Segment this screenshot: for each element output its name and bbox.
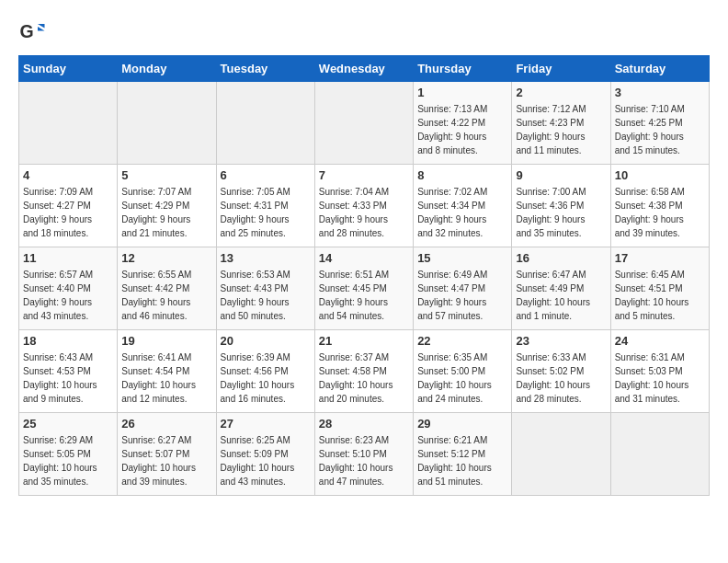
calendar-cell: 25Sunrise: 6:29 AM Sunset: 5:05 PM Dayli… bbox=[19, 413, 118, 496]
day-of-week-header: Tuesday bbox=[216, 56, 314, 82]
day-info: Sunrise: 6:57 AM Sunset: 4:40 PM Dayligh… bbox=[23, 268, 113, 323]
calendar-week-row: 25Sunrise: 6:29 AM Sunset: 5:05 PM Dayli… bbox=[19, 413, 710, 496]
day-number: 11 bbox=[23, 251, 113, 265]
day-info: Sunrise: 6:29 AM Sunset: 5:05 PM Dayligh… bbox=[23, 433, 113, 488]
calendar-cell bbox=[118, 82, 216, 165]
day-number: 8 bbox=[417, 168, 507, 182]
day-info: Sunrise: 6:47 AM Sunset: 4:49 PM Dayligh… bbox=[516, 268, 606, 323]
day-number: 7 bbox=[319, 168, 409, 182]
calendar-table: SundayMondayTuesdayWednesdayThursdayFrid… bbox=[18, 55, 710, 496]
day-number: 25 bbox=[23, 417, 113, 431]
calendar-cell: 8Sunrise: 7:02 AM Sunset: 4:34 PM Daylig… bbox=[414, 165, 512, 247]
day-info: Sunrise: 6:58 AM Sunset: 4:38 PM Dayligh… bbox=[615, 185, 705, 240]
day-number: 2 bbox=[516, 86, 606, 99]
calendar-cell: 16Sunrise: 6:47 AM Sunset: 4:49 PM Dayli… bbox=[512, 247, 610, 330]
day-info: Sunrise: 6:55 AM Sunset: 4:42 PM Dayligh… bbox=[121, 268, 211, 323]
logo: G bbox=[18, 18, 50, 46]
day-number: 20 bbox=[221, 334, 311, 348]
day-number: 6 bbox=[221, 168, 311, 182]
day-info: Sunrise: 6:41 AM Sunset: 4:54 PM Dayligh… bbox=[121, 350, 211, 406]
day-info: Sunrise: 7:07 AM Sunset: 4:29 PM Dayligh… bbox=[121, 185, 211, 240]
day-info: Sunrise: 6:45 AM Sunset: 4:51 PM Dayligh… bbox=[615, 268, 705, 323]
calendar-week-row: 11Sunrise: 6:57 AM Sunset: 4:40 PM Dayli… bbox=[19, 247, 710, 330]
calendar-cell: 23Sunrise: 6:33 AM Sunset: 5:02 PM Dayli… bbox=[512, 330, 610, 413]
day-of-week-header: Friday bbox=[512, 56, 610, 82]
day-info: Sunrise: 6:31 AM Sunset: 5:03 PM Dayligh… bbox=[615, 350, 705, 406]
day-info: Sunrise: 7:05 AM Sunset: 4:31 PM Dayligh… bbox=[221, 185, 311, 240]
calendar-cell bbox=[610, 413, 709, 496]
day-of-week-header: Sunday bbox=[19, 56, 118, 82]
calendar-week-row: 4Sunrise: 7:09 AM Sunset: 4:27 PM Daylig… bbox=[19, 165, 710, 247]
day-info: Sunrise: 7:04 AM Sunset: 4:33 PM Dayligh… bbox=[319, 185, 409, 240]
day-of-week-header: Wednesday bbox=[314, 56, 413, 82]
calendar-cell: 19Sunrise: 6:41 AM Sunset: 4:54 PM Dayli… bbox=[118, 330, 216, 413]
day-info: Sunrise: 6:27 AM Sunset: 5:07 PM Dayligh… bbox=[121, 433, 211, 488]
calendar-cell bbox=[19, 82, 118, 165]
day-info: Sunrise: 6:51 AM Sunset: 4:45 PM Dayligh… bbox=[319, 268, 409, 323]
day-number: 10 bbox=[615, 168, 705, 182]
day-number: 27 bbox=[221, 417, 311, 431]
day-info: Sunrise: 6:35 AM Sunset: 5:00 PM Dayligh… bbox=[417, 350, 507, 406]
calendar-cell: 21Sunrise: 6:37 AM Sunset: 4:58 PM Dayli… bbox=[314, 330, 413, 413]
day-info: Sunrise: 6:39 AM Sunset: 4:56 PM Dayligh… bbox=[221, 350, 311, 406]
day-number: 3 bbox=[615, 86, 705, 99]
calendar-cell bbox=[512, 413, 610, 496]
calendar-header-row: SundayMondayTuesdayWednesdayThursdayFrid… bbox=[19, 56, 710, 82]
day-number: 14 bbox=[319, 251, 409, 265]
day-info: Sunrise: 6:43 AM Sunset: 4:53 PM Dayligh… bbox=[23, 350, 113, 406]
day-number: 17 bbox=[615, 251, 705, 265]
day-info: Sunrise: 7:13 AM Sunset: 4:22 PM Dayligh… bbox=[417, 102, 507, 157]
day-number: 4 bbox=[23, 168, 113, 182]
day-number: 16 bbox=[516, 251, 606, 265]
calendar-cell: 14Sunrise: 6:51 AM Sunset: 4:45 PM Dayli… bbox=[314, 247, 413, 330]
calendar-cell bbox=[314, 82, 413, 165]
day-info: Sunrise: 6:21 AM Sunset: 5:12 PM Dayligh… bbox=[417, 433, 507, 488]
day-info: Sunrise: 6:37 AM Sunset: 4:58 PM Dayligh… bbox=[319, 350, 409, 406]
day-number: 1 bbox=[417, 86, 507, 99]
calendar-cell: 20Sunrise: 6:39 AM Sunset: 4:56 PM Dayli… bbox=[216, 330, 314, 413]
calendar-cell: 5Sunrise: 7:07 AM Sunset: 4:29 PM Daylig… bbox=[118, 165, 216, 247]
calendar-cell: 28Sunrise: 6:23 AM Sunset: 5:10 PM Dayli… bbox=[314, 413, 413, 496]
calendar-cell: 3Sunrise: 7:10 AM Sunset: 4:25 PM Daylig… bbox=[610, 82, 709, 165]
day-info: Sunrise: 7:09 AM Sunset: 4:27 PM Dayligh… bbox=[23, 185, 113, 240]
day-info: Sunrise: 7:00 AM Sunset: 4:36 PM Dayligh… bbox=[516, 185, 606, 240]
day-number: 23 bbox=[516, 334, 606, 348]
day-info: Sunrise: 7:02 AM Sunset: 4:34 PM Dayligh… bbox=[417, 185, 507, 240]
calendar-cell: 18Sunrise: 6:43 AM Sunset: 4:53 PM Dayli… bbox=[19, 330, 118, 413]
calendar-cell: 11Sunrise: 6:57 AM Sunset: 4:40 PM Dayli… bbox=[19, 247, 118, 330]
day-info: Sunrise: 7:12 AM Sunset: 4:23 PM Dayligh… bbox=[516, 102, 606, 157]
day-number: 26 bbox=[121, 417, 211, 431]
day-info: Sunrise: 6:53 AM Sunset: 4:43 PM Dayligh… bbox=[221, 268, 311, 323]
day-number: 28 bbox=[319, 417, 409, 431]
calendar-cell bbox=[216, 82, 314, 165]
day-number: 15 bbox=[417, 251, 507, 265]
day-number: 29 bbox=[417, 417, 507, 431]
day-info: Sunrise: 6:33 AM Sunset: 5:02 PM Dayligh… bbox=[516, 350, 606, 406]
day-number: 13 bbox=[221, 251, 311, 265]
day-info: Sunrise: 6:49 AM Sunset: 4:47 PM Dayligh… bbox=[417, 268, 507, 323]
calendar-cell: 26Sunrise: 6:27 AM Sunset: 5:07 PM Dayli… bbox=[118, 413, 216, 496]
calendar-cell: 4Sunrise: 7:09 AM Sunset: 4:27 PM Daylig… bbox=[19, 165, 118, 247]
calendar-cell: 12Sunrise: 6:55 AM Sunset: 4:42 PM Dayli… bbox=[118, 247, 216, 330]
calendar-cell: 13Sunrise: 6:53 AM Sunset: 4:43 PM Dayli… bbox=[216, 247, 314, 330]
day-number: 5 bbox=[121, 168, 211, 182]
calendar-week-row: 1Sunrise: 7:13 AM Sunset: 4:22 PM Daylig… bbox=[19, 82, 710, 165]
calendar-cell: 6Sunrise: 7:05 AM Sunset: 4:31 PM Daylig… bbox=[216, 165, 314, 247]
calendar-cell: 2Sunrise: 7:12 AM Sunset: 4:23 PM Daylig… bbox=[512, 82, 610, 165]
calendar-cell: 24Sunrise: 6:31 AM Sunset: 5:03 PM Dayli… bbox=[610, 330, 709, 413]
day-number: 24 bbox=[615, 334, 705, 348]
day-number: 19 bbox=[121, 334, 211, 348]
calendar-week-row: 18Sunrise: 6:43 AM Sunset: 4:53 PM Dayli… bbox=[19, 330, 710, 413]
day-number: 9 bbox=[516, 168, 606, 182]
day-number: 22 bbox=[417, 334, 507, 348]
calendar-cell: 22Sunrise: 6:35 AM Sunset: 5:00 PM Dayli… bbox=[414, 330, 512, 413]
day-number: 12 bbox=[121, 251, 211, 265]
calendar-cell: 7Sunrise: 7:04 AM Sunset: 4:33 PM Daylig… bbox=[314, 165, 413, 247]
day-info: Sunrise: 6:25 AM Sunset: 5:09 PM Dayligh… bbox=[221, 433, 311, 488]
day-of-week-header: Monday bbox=[118, 56, 216, 82]
calendar-cell: 1Sunrise: 7:13 AM Sunset: 4:22 PM Daylig… bbox=[414, 82, 512, 165]
page-header: G bbox=[18, 18, 710, 46]
day-number: 21 bbox=[319, 334, 409, 348]
calendar-cell: 9Sunrise: 7:00 AM Sunset: 4:36 PM Daylig… bbox=[512, 165, 610, 247]
calendar-cell: 17Sunrise: 6:45 AM Sunset: 4:51 PM Dayli… bbox=[610, 247, 709, 330]
